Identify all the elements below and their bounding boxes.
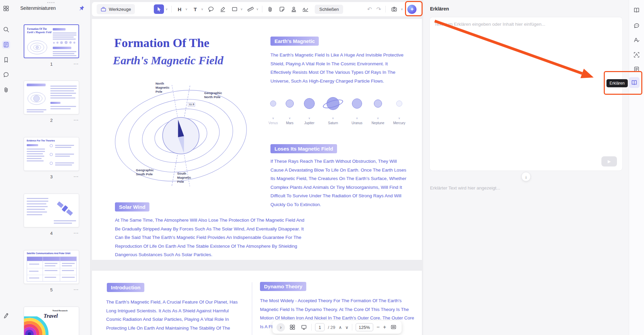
thumb5-more-button[interactable]: ⋯ xyxy=(73,287,78,293)
thumb3-chip xyxy=(27,144,38,146)
shape-tool-caret[interactable]: ∨ xyxy=(240,7,243,11)
fit-width-icon xyxy=(390,324,397,330)
ai-tools-button[interactable] xyxy=(407,5,416,14)
planet-saturn: ∨ Saturn xyxy=(322,90,344,125)
zoom-level-select[interactable]: 125% xyxy=(356,323,373,331)
page-thumbnail-3[interactable]: Evidence For The Theories xyxy=(24,137,79,180)
ocr-scan-icon[interactable] xyxy=(633,51,641,59)
document-page-1[interactable]: Formation Of The Earth's Magnetic Field xyxy=(92,19,422,260)
venus-circle xyxy=(270,100,276,107)
summary-doc-icon[interactable] xyxy=(633,65,641,73)
page-number-input[interactable]: 1 xyxy=(315,323,325,331)
werkzeuge-button[interactable]: Werkzeuge xyxy=(97,4,135,14)
page-thumbnail-5[interactable]: Satellite Communications And Polar Orbit xyxy=(24,250,79,293)
thumbnail-preview-2[interactable] xyxy=(24,81,79,114)
rectangle-icon xyxy=(231,6,238,13)
signature-tool[interactable] xyxy=(302,5,310,13)
right-icon-rail xyxy=(629,0,644,335)
select-tool-caret[interactable]: ∨ xyxy=(166,7,168,11)
toolbar-right-group: ↶ ↷ ∨ xyxy=(367,5,416,14)
measure-tool-caret[interactable]: ∨ xyxy=(256,7,259,11)
thumbnail-preview-3[interactable]: Evidence For The Theories xyxy=(24,137,79,171)
comment-icon[interactable] xyxy=(2,71,10,79)
bookmark-icon[interactable] xyxy=(2,56,10,64)
explain-send-button[interactable]: ▶ xyxy=(601,156,617,166)
highlighter-tool[interactable] xyxy=(219,5,227,13)
comment-tool[interactable] xyxy=(207,5,215,13)
explain-tooltip: Erklären xyxy=(606,79,628,87)
redo-button[interactable]: ↷ xyxy=(376,6,381,12)
scroll-down-button[interactable]: ↓ xyxy=(521,172,531,181)
thumbnail-preview-4[interactable] xyxy=(24,194,79,227)
next-page-button[interactable]: ∨ xyxy=(345,325,349,330)
explain-book-icon xyxy=(631,79,638,86)
presentation-icon xyxy=(301,324,307,330)
snapshot-button[interactable] xyxy=(390,5,398,13)
proofread-icon[interactable] xyxy=(633,36,641,44)
ai-chat-icon[interactable] xyxy=(633,22,641,30)
zoom-in-button[interactable]: + xyxy=(383,325,386,330)
heading-tool-caret[interactable]: ∨ xyxy=(185,7,188,11)
zoom-out-button[interactable]: − xyxy=(377,325,380,330)
page-thumbnail-4[interactable]: 4 ⋯ xyxy=(24,194,79,237)
text-tool[interactable]: T xyxy=(191,5,199,13)
main-toolbar: Werkzeuge ∨ H ∨ T ∨ ∨ ∨ xyxy=(92,2,422,16)
thumb1-more-button[interactable]: ⋯ xyxy=(73,61,78,67)
fit-width-button[interactable] xyxy=(389,323,398,331)
previous-page-button[interactable]: ∧ xyxy=(339,325,342,330)
section-chip-loses-field: Loses Its Magnetic Field xyxy=(270,144,337,153)
page-grid-view-button[interactable] xyxy=(288,323,296,331)
shape-tool[interactable] xyxy=(231,5,239,13)
planet-mercury: ∨ Mercury xyxy=(388,90,410,125)
thumbnail-preview-1[interactable]: Formation Of The Earth's Magnetic Field xyxy=(24,24,79,58)
close-tools-button[interactable]: Schließen xyxy=(315,5,343,14)
search-icon[interactable] xyxy=(2,25,10,34)
select-tool[interactable] xyxy=(154,4,164,14)
attachment-icon[interactable] xyxy=(2,86,10,94)
section-text-loses-field: If These Rays Reach The Earth Without Ob… xyxy=(270,157,406,209)
measure-tool[interactable] xyxy=(246,5,255,13)
snapshot-caret[interactable]: ∨ xyxy=(401,7,403,11)
thumb5-table xyxy=(27,256,77,282)
thumb3-more-button[interactable]: ⋯ xyxy=(73,174,78,180)
reader-book-icon[interactable] xyxy=(633,6,641,14)
grid-view-icon xyxy=(289,324,295,330)
panel-drag-handle[interactable] xyxy=(47,2,54,3)
stylus-pen-icon[interactable] xyxy=(2,311,10,319)
planet-mars: ∨ Mars xyxy=(279,90,301,125)
pin-panel-icon[interactable] xyxy=(78,5,85,12)
mars-circle xyxy=(286,99,294,108)
presentation-button[interactable] xyxy=(300,323,308,331)
page-total-label: / 29 xyxy=(328,325,335,330)
label-north-magnetic-pole: North Magnetic Pole xyxy=(156,82,176,94)
thumbnail-preview-5[interactable]: Satellite Communications And Polar Orbit xyxy=(24,250,79,284)
text-tool-caret[interactable]: ∨ xyxy=(201,7,204,11)
page-thumbnail-6[interactable]: Trend Research Travel 6 xyxy=(24,307,79,335)
pdf-editor-window: Seitenminiaturen Formation Of The Earth'… xyxy=(0,0,644,335)
apps-grid-icon[interactable] xyxy=(2,4,10,13)
attach-tool[interactable] xyxy=(266,5,274,13)
planet-jupiter: ∨ Jupiter xyxy=(299,90,320,125)
thumb2-chip xyxy=(27,84,46,86)
undo-button[interactable]: ↶ xyxy=(367,6,372,12)
expand-pagebar-button[interactable]: › xyxy=(277,323,285,332)
explain-input[interactable]: Text zum Erklären eingeben oder Inhalt h… xyxy=(434,22,545,27)
section-chip-solar-wind: Solar Wind xyxy=(115,202,149,211)
thumb1-caption-line2: Earth's Magnetic Field xyxy=(27,31,51,34)
heading-tool[interactable]: H xyxy=(175,5,184,13)
cursor-icon xyxy=(156,6,162,12)
explain-tool-button[interactable] xyxy=(629,77,640,88)
thumb4-more-button[interactable]: ⋯ xyxy=(73,230,78,236)
explain-input-card: Text zum Erklären eingeben oder Inhalt h… xyxy=(429,17,623,171)
page-thumbnails-icon[interactable] xyxy=(2,41,10,49)
thumb6-rainbow xyxy=(24,316,61,335)
page-thumbnail-2[interactable]: 2 ⋯ xyxy=(24,81,79,124)
thumb2-more-button[interactable]: ⋯ xyxy=(73,117,78,123)
stamp-tool[interactable] xyxy=(290,5,298,13)
jupiter-circle xyxy=(304,98,315,109)
doc-title-line1: Formation Of The xyxy=(114,36,209,50)
sticker-tool[interactable] xyxy=(278,5,286,13)
thumbnail-preview-6[interactable]: Trend Research Travel xyxy=(24,307,79,335)
page-thumbnail-1[interactable]: Formation Of The Earth's Magnetic Field xyxy=(24,24,79,68)
section-chip-earths-magnetic: Earth's Magnetic xyxy=(270,37,319,46)
